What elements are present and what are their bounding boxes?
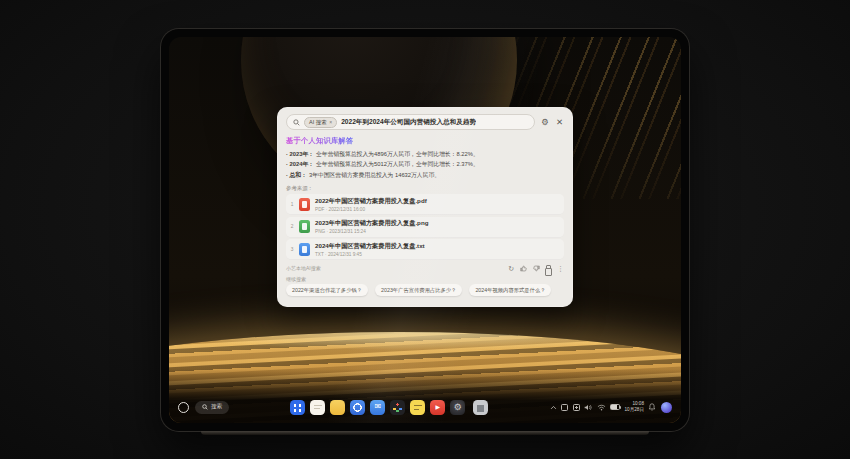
answer-line-label: · 2024年： <box>286 159 314 169</box>
video-app-icon[interactable]: ▶ <box>430 400 445 415</box>
chevron-up-icon[interactable] <box>550 405 557 410</box>
tablet-device: AI 搜索 × 2022年到2024年公司国内营销投入总和及趋势 ⚙ ✕ 基于个… <box>161 29 689 431</box>
close-icon[interactable]: ✕ <box>555 118 564 127</box>
answer-heading: 基于个人知识库解答 <box>286 136 353 146</box>
more-options-icon[interactable]: ⋮ <box>557 265 564 272</box>
source-file-meta: PDF · 2022/12/31 16:00 <box>315 207 427 212</box>
answer-line: · 总和： 3年中国区营销方案费用总投入为 14632万人民币。 <box>286 170 564 180</box>
app-grid-icon[interactable] <box>290 400 305 415</box>
browser-app-icon[interactable] <box>350 400 365 415</box>
source-file-row[interactable]: 1 2022年中国区营销方案费用投入复盘.pdf PDF · 2022/12/3… <box>286 194 564 215</box>
answer-line: · 2024年： 全年营销预算总投入为5012万人民币，全年同比增长：2.37%… <box>286 159 564 169</box>
search-query-text[interactable]: 2022年到2024年公司国内营销投入总和及趋势 <box>341 118 476 127</box>
source-index: 2 <box>290 224 294 229</box>
suggestion-chip[interactable]: 2022年渠道合作花了多少钱？ <box>286 284 368 296</box>
source-file-name: 2023年中国区营销方案费用投入复盘.png <box>315 219 428 228</box>
gallery-app-icon[interactable] <box>390 400 405 415</box>
files-app-icon[interactable] <box>330 400 345 415</box>
ai-search-popup: AI 搜索 × 2022年到2024年公司国内营销投入总和及趋势 ⚙ ✕ 基于个… <box>277 107 573 307</box>
dock-search-pill[interactable]: 搜索 <box>195 401 229 414</box>
suggestion-chips-row: 2022年渠道合作花了多少钱？ 2023年广告宣传费用占比多少？ 2024年视频… <box>286 284 564 296</box>
source-index: 1 <box>290 202 294 207</box>
taskbar-dock: 搜索 ✉ ▶ ⚙ <box>178 395 672 419</box>
source-file-meta: PNG · 2023/12/31 15:24 <box>315 229 428 234</box>
notes-app-icon[interactable] <box>310 400 325 415</box>
notification-bell-icon[interactable] <box>648 403 656 411</box>
ai-search-filter-chip[interactable]: AI 搜索 × <box>304 117 337 128</box>
search-bar-row: AI 搜索 × 2022年到2024年公司国内营销投入总和及趋势 ⚙ ✕ <box>286 114 564 130</box>
dock-search-label: 搜索 <box>211 403 222 411</box>
source-file-row[interactable]: 3 2024年中国区营销方案费用投入复盘.txt TXT · 2024/12/3… <box>286 239 564 260</box>
user-avatar[interactable] <box>661 402 672 413</box>
answer-line: · 2023年： 全年营销预算总投入为4896万人民币，全年同比增长：8.22%… <box>286 149 564 159</box>
sources-label: 参考来源： <box>286 185 564 192</box>
suggestions-label: 继续搜索 <box>286 276 564 282</box>
clock-widget[interactable]: 10:08 10月28日 <box>625 401 644 412</box>
dock-app-icons: ✉ ▶ ⚙ <box>290 400 488 415</box>
settings-app-icon[interactable]: ⚙ <box>450 400 465 415</box>
battery-icon[interactable] <box>610 404 620 410</box>
search-icon <box>293 119 300 126</box>
png-file-icon <box>299 220 310 233</box>
source-index: 3 <box>290 247 294 252</box>
search-input[interactable]: AI 搜索 × 2022年到2024年公司国内营销投入总和及趋势 <box>286 114 535 130</box>
volume-icon[interactable] <box>584 404 592 411</box>
trash-icon[interactable] <box>473 400 488 415</box>
wifi-icon[interactable] <box>597 404 606 411</box>
settings-gear-icon[interactable]: ⚙ <box>540 118 550 127</box>
txt-file-icon <box>299 243 310 256</box>
thumbs-down-icon[interactable] <box>533 265 540 272</box>
calendar-app-icon[interactable] <box>410 400 425 415</box>
answer-line-text: 3年中国区营销方案费用总投入为 14632万人民币。 <box>309 170 440 180</box>
ai-chip-label: AI 搜索 <box>309 119 327 126</box>
device-screen: AI 搜索 × 2022年到2024年公司国内营销投入总和及趋势 ⚙ ✕ 基于个… <box>169 37 681 423</box>
refresh-icon[interactable]: ↻ <box>508 265 514 272</box>
chip-remove-icon[interactable]: × <box>329 119 332 125</box>
answer-line-label: · 总和： <box>286 170 307 180</box>
copy-icon[interactable] <box>546 265 551 271</box>
suggestion-chip[interactable]: 2023年广告宣传费用占比多少？ <box>375 284 462 296</box>
answer-line-label: · 2023年： <box>286 149 314 159</box>
launcher-ring-icon[interactable] <box>178 402 189 413</box>
status-date: 10月28日 <box>625 407 644 413</box>
source-file-name: 2022年中国区营销方案费用投入复盘.pdf <box>315 197 427 206</box>
answer-line-text: 全年营销预算总投入为4896万人民币，全年同比增长：8.22%。 <box>316 149 479 159</box>
search-icon <box>202 404 208 410</box>
status-tray: 10:08 10月28日 <box>550 401 672 412</box>
pdf-file-icon <box>299 198 310 211</box>
suggestion-chip[interactable]: 2024年视频内容形式是什么？ <box>469 284 551 296</box>
source-file-meta: TXT · 2024/12/31 9:45 <box>315 252 425 257</box>
keyboard-icon[interactable] <box>573 404 580 411</box>
source-file-name: 2024年中国区营销方案费用投入复盘.txt <box>315 242 425 251</box>
thumbs-up-icon[interactable] <box>520 265 527 272</box>
source-file-row[interactable]: 2 2023年中国区营销方案费用投入复盘.png PNG · 2023/12/3… <box>286 217 564 238</box>
input-method-icon[interactable] <box>561 404 568 411</box>
email-app-icon[interactable]: ✉ <box>370 400 385 415</box>
attribution-text: 小艺本地AI搜索 <box>286 265 321 271</box>
answer-line-text: 全年营销预算总投入为5012万人民币，全年同比增长：2.37%。 <box>316 159 479 169</box>
answer-footer-row: 小艺本地AI搜索 ↻ ⋮ <box>286 265 564 272</box>
